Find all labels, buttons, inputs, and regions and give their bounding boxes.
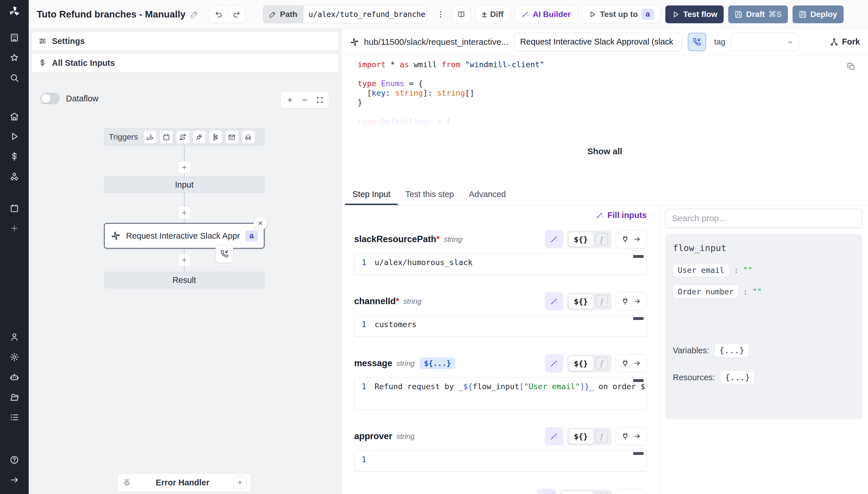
all-static-inputs-button[interactable]: All Static Inputs [32, 53, 338, 72]
sidebar-item-settings[interactable] [5, 349, 23, 365]
delete-node-button[interactable] [254, 216, 267, 230]
kafka-trigger-button[interactable] [209, 130, 222, 144]
email-trigger-button[interactable] [225, 130, 238, 144]
redo-button[interactable] [228, 6, 245, 23]
edit-title-icon[interactable] [190, 10, 199, 19]
dataflow-toggle[interactable] [40, 93, 60, 104]
sidebar-item-favorites[interactable] [5, 50, 23, 66]
triggers-node[interactable]: Triggers [104, 128, 265, 146]
path-edit-button[interactable]: Path [263, 5, 303, 23]
connect-input-button[interactable] [616, 292, 647, 310]
field-approver: approver string ${} f [354, 427, 647, 472]
websocket-trigger-button[interactable] [193, 130, 206, 144]
variables-object-chip[interactable]: {...} [714, 343, 749, 358]
deploy-button[interactable]: Deploy [792, 5, 843, 23]
resources-object-chip[interactable]: {...} [720, 370, 755, 384]
ai-fill-button[interactable] [545, 230, 563, 248]
ai-builder-button[interactable]: AI Builder [515, 5, 577, 23]
ai-fill-button[interactable] [545, 292, 563, 310]
test-flow-button[interactable]: Test flow [665, 5, 724, 23]
connect-input-button[interactable] [616, 489, 647, 494]
ai-fill-button[interactable] [538, 489, 556, 494]
step-name-input[interactable]: Request Interactive Slack Approval (slac… [514, 33, 682, 51]
search-prop-input[interactable]: Search prop... [665, 209, 862, 228]
template-mode-button[interactable]: ${} [569, 294, 593, 309]
path-value-input[interactable]: u/alex/tuto_refund_branches_ [303, 5, 427, 23]
suspend-approval-badge[interactable] [216, 245, 233, 263]
sidebar-item-help[interactable] [5, 452, 23, 468]
sidebar-item-audit-logs[interactable] [5, 409, 23, 425]
flow-settings-button[interactable]: Settings [32, 32, 338, 51]
function-mode-button[interactable]: f [595, 295, 608, 308]
template-mode-button[interactable]: ${} [569, 232, 593, 247]
insert-step-button[interactable] [178, 253, 191, 266]
function-mode-button[interactable]: f [595, 233, 608, 246]
field-value-editor[interactable]: 1 [354, 450, 647, 472]
sidebar-item-variables[interactable] [5, 149, 23, 165]
webhook-trigger-button[interactable] [143, 130, 157, 144]
connect-input-button[interactable] [616, 427, 647, 445]
template-mode-button[interactable]: ${} [569, 356, 593, 371]
function-mode-button[interactable]: f [595, 430, 608, 442]
sidebar-item-user[interactable] [5, 329, 23, 345]
ai-fill-button[interactable] [545, 354, 563, 373]
show-all-button[interactable]: Show all [587, 147, 622, 156]
script-code-preview[interactable]: import * as wmill from "windmill-client"… [341, 55, 868, 136]
input-node[interactable]: Input [104, 176, 265, 193]
field-value-editor[interactable]: 1 Refund request by _${flow_input["User … [354, 377, 647, 410]
zoom-in-button[interactable] [282, 93, 297, 107]
http-route-trigger-button[interactable] [176, 130, 190, 144]
connect-input-button[interactable] [616, 354, 647, 373]
dollar-icon [9, 152, 19, 162]
test-up-to-button[interactable]: Test up to a [582, 5, 661, 23]
slack-approval-node[interactable]: Request Interactive Slack Approval (... … [104, 223, 265, 249]
sidebar-item-home[interactable] [5, 108, 23, 125]
function-mode-button[interactable]: f [595, 492, 608, 494]
tab-test-this-step[interactable]: Test this step [398, 184, 461, 205]
ai-fill-button[interactable] [545, 427, 563, 445]
sidebar-collapse[interactable] [5, 472, 23, 488]
sidebar-item-workers[interactable] [5, 369, 23, 385]
tab-step-input[interactable]: Step Input [345, 184, 398, 205]
connect-input-button[interactable] [616, 230, 647, 248]
fit-view-button[interactable] [312, 93, 327, 107]
tab-advanced[interactable]: Advanced [461, 184, 513, 205]
sidebar-item-runs[interactable] [5, 128, 23, 145]
prop-key-chip[interactable]: Order number [673, 285, 738, 299]
sidebar-item-workspace[interactable] [5, 30, 23, 46]
poll-trigger-button[interactable] [242, 130, 255, 144]
more-options-button[interactable] [434, 10, 447, 19]
docs-button[interactable] [452, 5, 471, 23]
undo-button[interactable] [210, 6, 228, 23]
sidebar-item-add[interactable] [5, 220, 23, 236]
result-node[interactable]: Result [104, 272, 265, 288]
function-mode-button[interactable]: f [595, 357, 608, 369]
field-value-editor[interactable]: 1 customers [354, 315, 647, 337]
phone-incoming-icon [220, 250, 229, 258]
template-mode-button[interactable]: ${} [569, 429, 593, 444]
fork-button[interactable]: Fork [830, 37, 860, 46]
field-value-editor[interactable]: 1 u/alex/humorous_slack [354, 253, 647, 274]
windmill-logo[interactable] [5, 3, 23, 20]
flow-input-root[interactable]: flow_input [673, 243, 855, 253]
copy-code-button[interactable] [847, 62, 855, 71]
static-mode-button[interactable]: Static [561, 491, 593, 494]
tag-select[interactable] [731, 33, 798, 51]
sidebar-item-resources[interactable] [5, 169, 23, 185]
prop-key-chip[interactable]: User email [673, 263, 729, 277]
sidebar-item-schedules[interactable] [5, 200, 23, 216]
insert-step-button[interactable] [178, 161, 191, 174]
hub-script-path[interactable]: hub/11500/slack/request_interactive... [350, 37, 508, 47]
add-error-handler-button[interactable] [233, 476, 246, 489]
diff-button[interactable]: ± Diff [475, 5, 510, 23]
suspend-approval-button[interactable] [688, 33, 706, 51]
sidebar-item-folders[interactable] [5, 389, 23, 405]
flow-canvas[interactable]: Dataflow Triggers [29, 78, 341, 494]
fill-inputs-button[interactable]: Fill inputs [595, 210, 647, 220]
schedule-trigger-button[interactable] [160, 130, 173, 144]
zoom-out-button[interactable] [297, 93, 312, 107]
error-handler-node[interactable]: Error Handler [118, 473, 251, 492]
draft-button[interactable]: Draft ⌘S [728, 5, 788, 23]
sidebar-item-search[interactable] [5, 70, 23, 86]
insert-step-button[interactable] [178, 207, 191, 219]
